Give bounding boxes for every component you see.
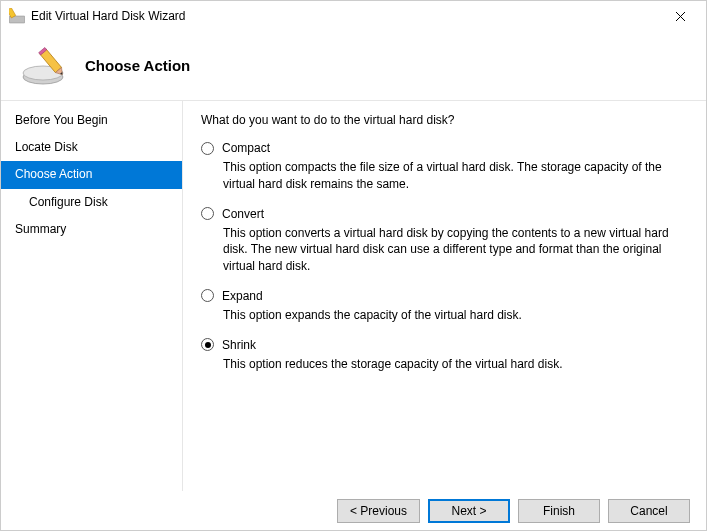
sidebar: Before You BeginLocate DiskChoose Action…: [1, 101, 183, 491]
previous-button[interactable]: < Previous: [337, 499, 420, 523]
option-label: Compact: [222, 141, 270, 155]
option-label: Shrink: [222, 338, 256, 352]
disk-pencil-icon: [21, 46, 69, 86]
radio-button-icon: [201, 338, 214, 351]
radio-expand[interactable]: Expand: [201, 289, 686, 303]
sidebar-item-before-you-begin[interactable]: Before You Begin: [1, 107, 182, 134]
option-shrink: ShrinkThis option reduces the storage ca…: [201, 338, 686, 373]
option-expand: ExpandThis option expands the capacity o…: [201, 289, 686, 324]
radio-compact[interactable]: Compact: [201, 141, 686, 155]
wizard-body: Before You BeginLocate DiskChoose Action…: [1, 101, 706, 491]
sidebar-item-choose-action[interactable]: Choose Action: [1, 161, 182, 188]
sidebar-item-locate-disk[interactable]: Locate Disk: [1, 134, 182, 161]
option-convert: ConvertThis option converts a virtual ha…: [201, 207, 686, 275]
sidebar-item-summary[interactable]: Summary: [1, 216, 182, 243]
radio-button-icon: [201, 142, 214, 155]
cancel-button[interactable]: Cancel: [608, 499, 690, 523]
finish-button[interactable]: Finish: [518, 499, 600, 523]
option-description: This option compacts the file size of a …: [223, 159, 686, 193]
radio-convert[interactable]: Convert: [201, 207, 686, 221]
window-title: Edit Virtual Hard Disk Wizard: [31, 9, 662, 23]
app-icon: [9, 8, 25, 24]
sidebar-item-configure-disk[interactable]: Configure Disk: [1, 189, 182, 216]
page-title: Choose Action: [85, 57, 190, 74]
option-compact: CompactThis option compacts the file siz…: [201, 141, 686, 193]
radio-button-icon: [201, 289, 214, 302]
next-button[interactable]: Next >: [428, 499, 510, 523]
radio-button-icon: [201, 207, 214, 220]
radio-shrink[interactable]: Shrink: [201, 338, 686, 352]
option-description: This option reduces the storage capacity…: [223, 356, 686, 373]
titlebar: Edit Virtual Hard Disk Wizard: [1, 1, 706, 31]
option-label: Convert: [222, 207, 264, 221]
option-description: This option expands the capacity of the …: [223, 307, 686, 324]
question-text: What do you want to do to the virtual ha…: [201, 113, 686, 127]
wizard-header: Choose Action: [1, 31, 706, 101]
content-pane: What do you want to do to the virtual ha…: [183, 101, 706, 491]
wizard-footer: < Previous Next > Finish Cancel: [1, 491, 706, 531]
option-description: This option converts a virtual hard disk…: [223, 225, 686, 275]
option-label: Expand: [222, 289, 263, 303]
close-button[interactable]: [662, 2, 698, 30]
